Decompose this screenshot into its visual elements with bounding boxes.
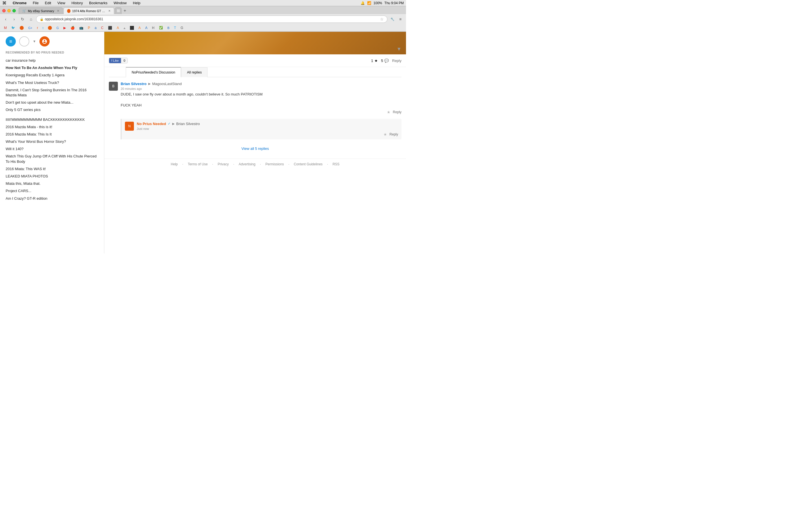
sidebar-link-15[interactable]: LEAKED MIATA PHOTOS [6, 173, 98, 180]
bookmark-8[interactable]: G [55, 25, 61, 30]
tab-alfa[interactable]: 1974 Alfa Romeo GT Velo... ✕ [63, 7, 114, 14]
sidebar-link-13[interactable]: Watch This Guy Jump Off A Cliff With His… [6, 153, 98, 165]
sidebar-link-0[interactable]: car insurance help [6, 57, 98, 64]
new-tab-button[interactable]: + [121, 7, 128, 14]
tab-ebay-close[interactable]: ✕ [57, 9, 59, 12]
bookmark-3[interactable] [18, 25, 26, 31]
scroll-down-icon[interactable]: ▼ [396, 46, 402, 52]
tab-ebay-label: My eBay Summary [28, 9, 54, 13]
tab-ebay[interactable]: 🛒 My eBay Summary ✕ [18, 7, 63, 14]
bookmark-12[interactable]: P [86, 25, 92, 31]
tab-alfa-close[interactable]: ✕ [108, 9, 110, 12]
bookmark-25[interactable]: G [179, 25, 185, 31]
sidebar-link-17[interactable]: Project CARS... [6, 187, 98, 194]
footer-link-rss[interactable]: RSS [333, 162, 340, 166]
sidebar-link-6[interactable]: Only 5 GT series pics [6, 106, 98, 114]
comment-brian-reply[interactable]: Reply [393, 110, 402, 114]
sidebar-link-11[interactable]: What's Your Worst Bus Horror Story? [6, 138, 98, 145]
bookmark-22[interactable]: ✅ [157, 25, 165, 30]
menu-icon[interactable]: ≡ [397, 16, 404, 22]
sidebar-circle-icon[interactable] [19, 36, 29, 47]
sidebar-link-10[interactable]: 2016 Mazda Miata: This Is It [6, 131, 98, 138]
tab-line-right [207, 77, 402, 77]
bookmark-24[interactable]: T [172, 25, 177, 31]
bookmark-18[interactable] [128, 25, 136, 31]
bookmark-6[interactable]: t [41, 25, 45, 30]
bookmark-21[interactable]: H [150, 25, 156, 31]
bookmark-15[interactable]: ⬛ [106, 25, 114, 31]
bookmark-5[interactable]: r [35, 25, 40, 31]
footer-link-content-guidelines[interactable]: Content Guidelines [294, 162, 322, 166]
footer-link-privacy[interactable]: Privacy [218, 162, 229, 166]
bookmark-11[interactable]: 📺 [78, 25, 85, 31]
bookmark-gmail[interactable]: M [2, 25, 8, 31]
sidebar-link-9[interactable]: 2016 Mazda Miata - this is it! [6, 123, 98, 131]
sidebar-link-14[interactable]: 2016 Miata: This WAS it! [6, 165, 98, 173]
tab-mine[interactable]: NoPriusNeeded's Discussion [126, 67, 181, 77]
star-icon[interactable]: ★ [374, 59, 378, 63]
bookmark-4[interactable]: G+ [27, 25, 34, 30]
comment-noprius-author[interactable]: No Prius Needed [137, 122, 166, 126]
sidebar-link-12[interactable]: Will it 140? [6, 145, 98, 153]
comment-brian-author[interactable]: Brian Silvestro [121, 82, 147, 86]
extensions-icon[interactable]: 🔧 [389, 16, 396, 22]
like-count: 0 [121, 58, 128, 63]
comment-brian-avatar: B [109, 82, 118, 91]
bookmark-17[interactable]: ⟁ [122, 25, 127, 31]
sidebar-link-18[interactable]: Am I Crazy? GT-R edition [6, 195, 98, 202]
browser-chrome: 🛒 My eBay Summary ✕ 1974 Alfa Romeo GT V… [0, 6, 406, 32]
bookmark-13[interactable]: a [93, 25, 98, 31]
view-menu[interactable]: View [56, 1, 66, 5]
edit-menu[interactable]: Edit [44, 1, 52, 5]
bookmark-14[interactable]: C [99, 25, 105, 31]
view-all-link[interactable]: View all 5 replies [241, 147, 269, 151]
sidebar-link-16[interactable]: Miata this, Miata that. [6, 180, 98, 187]
maximize-window-button[interactable] [12, 9, 16, 12]
sidebar-link-5[interactable]: Don't get too upset about the new Miata.… [6, 99, 98, 106]
chrome-menu[interactable]: Chrome [11, 1, 28, 5]
comment-brian-star[interactable]: ★ [387, 110, 391, 114]
footer-link-terms-of-use[interactable]: Terms of Use [188, 162, 208, 166]
address-bar[interactable]: 🔒 oppositelock.jalopnik.com/1630816361 ☆ [36, 15, 388, 23]
bookmark-9[interactable]: ▶ [62, 25, 68, 31]
reload-button[interactable]: ↻ [19, 16, 26, 22]
bookmark-10[interactable]: 🍎 [69, 25, 77, 31]
comment-brian-text: DUDE, I saw one fly over about a month a… [121, 92, 402, 108]
comment-count-number: 5 [381, 59, 383, 63]
sidebar-link-1[interactable]: How Not To Be An Asshole When You Fly [6, 64, 98, 71]
tab-new[interactable]: ⬜ [115, 7, 121, 14]
help-menu[interactable]: Help [132, 1, 142, 5]
sidebar-link-3[interactable]: What's The Most Useless Truck? [6, 79, 98, 87]
bookmark-20[interactable]: A [144, 25, 149, 31]
minimize-window-button[interactable] [7, 9, 11, 12]
forward-button[interactable]: › [11, 16, 17, 22]
back-button[interactable]: ‹ [2, 16, 9, 22]
facebook-like[interactable]: f Like 0 [109, 58, 128, 63]
sidebar-link-4[interactable]: Dammit, I Can't Stop Seeing Bunnies In T… [6, 87, 98, 99]
bookmark-2[interactable]: 🐦 [10, 25, 17, 30]
sidebar-list-icon[interactable]: ≡ [6, 36, 16, 47]
footer-link-advertising[interactable]: Advertising [239, 162, 255, 166]
close-window-button[interactable] [2, 9, 6, 12]
sidebar-link-2[interactable]: Koenigsegg Recalls Exactly 1 Agera [6, 71, 98, 79]
bookmark-23[interactable]: B [166, 25, 171, 30]
comment-noprius-reply[interactable]: Reply [389, 132, 398, 136]
bookmark-16[interactable]: A [115, 25, 121, 31]
tab-all[interactable]: All replies [181, 67, 207, 77]
file-menu[interactable]: File [32, 1, 40, 5]
apple-menu[interactable]: ⌘ [2, 1, 6, 6]
sidebar-avatar[interactable] [40, 36, 50, 47]
bookmark-19[interactable]: A [137, 25, 142, 31]
comment-noprius-star[interactable]: ★ [384, 132, 387, 136]
bookmark-star-icon[interactable]: ☆ [380, 17, 384, 21]
footer-link-help[interactable]: Help [171, 162, 178, 166]
history-menu[interactable]: History [70, 1, 84, 5]
facebook-like-button[interactable]: f Like [109, 58, 121, 63]
bookmarks-menu[interactable]: Bookmarks [88, 1, 109, 5]
main-reply-button[interactable]: Reply [392, 59, 402, 63]
window-menu[interactable]: Window [112, 1, 128, 5]
sidebar-link-8[interactable]: IIIII'MMMMMMMMMM BACKKKKKKKKKKKKKK [6, 116, 98, 123]
bookmark-7[interactable] [46, 25, 54, 31]
footer-link-permissions[interactable]: Permissions [265, 162, 284, 166]
home-button[interactable]: ⌂ [28, 16, 35, 22]
